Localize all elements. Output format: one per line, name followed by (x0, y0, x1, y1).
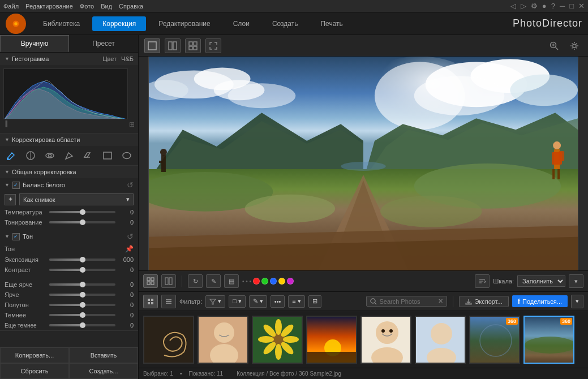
list-view-btn2[interactable] (161, 295, 176, 308)
search-clear-btn[interactable]: ✕ (438, 298, 443, 305)
help-icon[interactable]: ? (551, 2, 555, 10)
tone-subsection-header[interactable]: ▼ ✓ Тон ↺ (0, 230, 138, 243)
temp-slider[interactable] (49, 211, 115, 213)
tab-correction[interactable]: Коррекция (92, 16, 146, 31)
histogram-header[interactable]: ▼ Гистограмма Цвет Ч&Б (0, 53, 138, 65)
purple-dot[interactable] (287, 278, 294, 285)
wb-preset-select[interactable]: Как снимок ▾ (19, 193, 134, 205)
erase-tool-icon[interactable] (81, 149, 95, 162)
filter-edit-btn[interactable]: ✎ ▾ (249, 295, 267, 308)
blue-dot[interactable] (270, 278, 277, 285)
filter-type-btn[interactable]: □ ▾ (229, 295, 246, 308)
thumb-panorama2[interactable]: 360 (523, 316, 574, 364)
histogram-bw-label[interactable]: Ч&Б (121, 55, 134, 62)
single-view-btn[interactable] (144, 38, 160, 53)
info-btn[interactable]: ▤ (224, 274, 239, 288)
share-button[interactable]: f Поделиться... (512, 295, 568, 307)
general-correction-header[interactable]: ▼ Общая корректировка (0, 166, 138, 178)
minimize-icon[interactable]: ─ (560, 2, 565, 10)
pan-icon[interactable] (566, 38, 582, 54)
circle-tool-icon[interactable] (120, 149, 134, 162)
grid-view-btn2[interactable] (143, 295, 158, 308)
pin-icon[interactable]: 📌 (125, 245, 134, 253)
menu-edit[interactable]: Редактирование (25, 3, 73, 10)
eye-icon[interactable] (43, 149, 57, 162)
thumb-panorama1[interactable]: 360 (469, 316, 520, 364)
midtone-slider[interactable] (49, 304, 115, 306)
tone-checkbox[interactable]: ✓ (12, 233, 20, 240)
export-button[interactable]: Экспорт... (459, 296, 508, 307)
thumb-portrait1[interactable] (198, 316, 248, 364)
edit-btn[interactable]: ✎ (206, 274, 221, 288)
grid-view-btn[interactable] (185, 38, 201, 53)
image-area[interactable] (139, 57, 588, 270)
thumb-spiral[interactable] (143, 316, 194, 364)
thumb-sunflower[interactable] (252, 316, 303, 364)
tab-library[interactable]: Библиотека (33, 16, 90, 31)
darkest-slider[interactable] (49, 324, 115, 326)
thumb-portrait2[interactable] (360, 316, 411, 364)
filmstrip[interactable]: 360 360 (139, 311, 588, 368)
hist-expand[interactable]: ⊞ (129, 120, 135, 128)
wb-checkbox[interactable]: ✓ (12, 182, 20, 189)
red-dot[interactable] (253, 278, 260, 285)
toning-slider[interactable] (49, 221, 115, 223)
sort-btn[interactable] (475, 274, 490, 288)
area-correction-header[interactable]: ▼ Корректировка области (0, 133, 138, 146)
tab-manual[interactable]: Вручную (0, 35, 69, 52)
tone-reset[interactable]: ↺ (127, 232, 134, 241)
thumb-portrait3[interactable] (415, 316, 466, 364)
layout-btn[interactable]: ⊞ (308, 295, 321, 308)
yellow-dot[interactable] (278, 278, 285, 285)
left-panel-scroll[interactable]: ▼ Гистограмма Цвет Ч&Б (0, 53, 138, 347)
back-icon[interactable]: ◁ (510, 2, 516, 10)
list-thumbs-btn[interactable] (161, 274, 176, 288)
account-icon[interactable]: ● (542, 2, 547, 10)
maximize-icon[interactable]: □ (569, 2, 574, 10)
filter-all-btn[interactable]: ▾ (205, 295, 225, 308)
scale-select[interactable]: Заполнить (517, 275, 565, 287)
tab-preset[interactable]: Пресет (69, 35, 138, 52)
darker-slider[interactable] (49, 314, 115, 316)
contrast-slider[interactable] (49, 269, 115, 271)
fullscreen-btn[interactable] (205, 38, 221, 53)
zoom-icon[interactable] (546, 38, 562, 54)
brighter-slider[interactable] (49, 283, 115, 286)
wb-reset[interactable]: ↺ (127, 180, 134, 190)
menu-file[interactable]: Файл (3, 3, 19, 10)
paste-button[interactable]: Вставить (69, 347, 138, 363)
menu-photo[interactable]: Фото (80, 3, 94, 10)
sort-order-btn[interactable]: ≡ ▾ (288, 295, 304, 308)
pen-tool-icon[interactable] (62, 149, 76, 162)
grid-thumbs-btn[interactable] (143, 274, 158, 288)
close-icon[interactable]: ✕ (578, 2, 585, 10)
reset-button[interactable]: Сбросить (0, 363, 69, 379)
rotate-btn[interactable]: ↻ (188, 274, 203, 288)
copy-button[interactable]: Копировать... (0, 347, 69, 363)
tab-layers[interactable]: Слои (223, 16, 260, 31)
menu-help[interactable]: Справка (119, 3, 143, 10)
wb-subsection-header[interactable]: ▼ ✓ Баланс белого ↺ (0, 178, 138, 192)
rect-tool-icon[interactable] (101, 149, 114, 162)
green-dot[interactable] (261, 278, 268, 285)
tab-editing[interactable]: Редактирование (148, 16, 220, 31)
forward-icon[interactable]: ▷ (521, 2, 526, 10)
thumb-sunset[interactable] (306, 316, 357, 364)
scale-dropdown-btn[interactable]: ▾ (569, 274, 583, 288)
settings-icon[interactable]: ⚙ (531, 2, 538, 10)
share-more-btn[interactable]: ▾ (571, 295, 583, 308)
gradient-tool-icon[interactable] (24, 149, 37, 162)
menu-view[interactable]: Вид (101, 3, 112, 10)
filter-more-btn[interactable]: ••• (271, 295, 285, 308)
search-box[interactable]: ✕ (366, 296, 447, 307)
exposure-slider[interactable] (49, 259, 115, 261)
tab-print[interactable]: Печать (310, 16, 353, 31)
search-input[interactable] (379, 298, 436, 305)
create-button[interactable]: Создать... (69, 363, 138, 379)
lighter-slider[interactable] (49, 294, 115, 296)
brush-tool-icon[interactable] (5, 149, 18, 162)
eyedropper-icon[interactable]: ✦ (5, 194, 16, 205)
tab-create[interactable]: Создать (262, 16, 308, 31)
compare-view-btn[interactable] (165, 38, 181, 53)
histogram-color-label[interactable]: Цвет (102, 55, 117, 62)
